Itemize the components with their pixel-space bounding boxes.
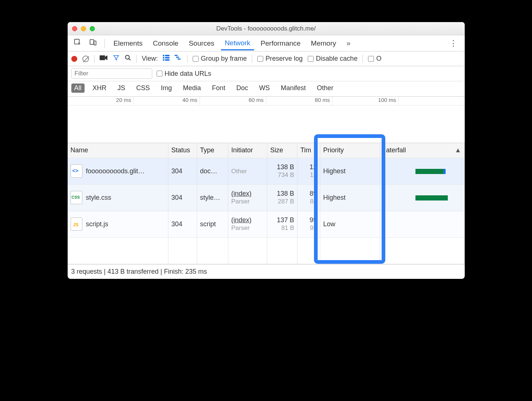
hide-data-urls-input[interactable] xyxy=(157,71,163,77)
filter-input[interactable] xyxy=(71,68,152,79)
camera-icon[interactable] xyxy=(100,55,108,63)
type-other[interactable]: Other xyxy=(314,84,336,93)
preserve-log-input[interactable] xyxy=(257,56,263,62)
col-name[interactable]: Name xyxy=(68,143,168,158)
waterfall-bar xyxy=(415,195,448,200)
group-by-frame-label: Group by frame xyxy=(201,55,247,63)
col-time[interactable]: Tim xyxy=(297,143,320,158)
table-row[interactable]: script.js304script(index)Parser137 B81 B… xyxy=(68,211,465,237)
offline-checkbox[interactable]: O xyxy=(368,55,381,63)
priority-cell: Low xyxy=(320,211,380,237)
waterfall-bar xyxy=(415,169,443,174)
waterfall-bar-tail xyxy=(443,169,446,174)
group-by-frame-input[interactable] xyxy=(193,56,199,62)
type-media[interactable]: Media xyxy=(180,84,204,93)
type-ws[interactable]: WS xyxy=(256,84,273,93)
initiator-link[interactable]: (index) xyxy=(231,216,251,224)
clear-icon[interactable] xyxy=(82,56,89,62)
svg-rect-5 xyxy=(163,55,164,56)
size-cell: 138 B734 B xyxy=(267,158,297,184)
inspect-icon[interactable] xyxy=(71,37,84,50)
status-cell: 304 xyxy=(168,184,197,211)
table-row[interactable]: style.css304style…(index)Parser138 B287 … xyxy=(68,184,465,211)
type-img[interactable]: Img xyxy=(158,84,175,93)
tick xyxy=(399,97,464,105)
group-by-frame-checkbox[interactable]: Group by frame xyxy=(193,55,247,63)
col-time-label: Tim xyxy=(300,146,311,154)
size-cell: 138 B287 B xyxy=(267,184,297,211)
col-priority[interactable]: Priority xyxy=(320,143,380,158)
timeline-graph[interactable] xyxy=(68,106,465,142)
waterfall-cell xyxy=(380,211,465,237)
large-rows-icon[interactable] xyxy=(163,55,169,63)
tick: 60 ms xyxy=(200,97,266,105)
separator xyxy=(104,39,105,48)
tick: 40 ms xyxy=(134,97,200,105)
type-cell: doc… xyxy=(197,158,228,184)
type-filters: All XHR JS CSS Img Media Font Doc WS Man… xyxy=(68,81,465,97)
tab-performance[interactable]: Performance xyxy=(257,36,304,50)
separator xyxy=(136,55,137,63)
file-js-icon xyxy=(71,217,82,231)
table-row[interactable]: fooooooooods.glit…304doc…Other138 B734 B… xyxy=(68,158,465,184)
type-doc[interactable]: Doc xyxy=(233,84,251,93)
type-font[interactable]: Font xyxy=(209,84,228,93)
col-type[interactable]: Type xyxy=(197,143,228,158)
svg-rect-6 xyxy=(165,55,169,56)
preserve-log-checkbox[interactable]: Preserve log xyxy=(257,55,303,63)
record-icon[interactable] xyxy=(71,56,77,62)
separator xyxy=(363,55,363,63)
device-toggle-icon[interactable] xyxy=(87,37,99,50)
time-cell: 8988 xyxy=(297,184,320,211)
view-label: View: xyxy=(142,55,158,63)
tab-network[interactable]: Network xyxy=(221,36,254,50)
disable-cache-label: Disable cache xyxy=(316,55,357,63)
filter-toggle-icon[interactable] xyxy=(113,54,119,63)
type-js[interactable]: JS xyxy=(115,84,128,93)
tab-console[interactable]: Console xyxy=(149,36,182,50)
separator xyxy=(187,55,188,63)
request-name: style.css xyxy=(86,194,111,202)
type-css[interactable]: CSS xyxy=(133,84,153,93)
overflow-tabs-icon[interactable]: » xyxy=(343,38,354,49)
menu-kebab-icon[interactable]: ⋮ xyxy=(446,37,461,50)
table-header-row: Name Status Type Initiator Size Tim Prio… xyxy=(68,143,465,158)
status-cell: 304 xyxy=(168,211,197,237)
summary-text: 3 requests | 413 B transferred | Finish:… xyxy=(71,268,207,276)
request-name: script.js xyxy=(86,220,108,228)
tab-memory[interactable]: Memory xyxy=(307,36,340,50)
preserve-log-label: Preserve log xyxy=(265,55,303,63)
type-manifest[interactable]: Manifest xyxy=(278,84,309,93)
col-waterfall[interactable]: aterfall▲ xyxy=(380,143,465,158)
type-all[interactable]: All xyxy=(71,84,85,93)
size-cell: 137 B81 B xyxy=(267,211,297,237)
svg-rect-3 xyxy=(100,56,105,60)
type-xhr[interactable]: XHR xyxy=(90,84,110,93)
titlebar: DevTools - fooooooooods.glitch.me/ xyxy=(68,22,465,35)
priority-cell: Highest xyxy=(320,184,380,211)
status-summary: 3 requests | 413 B transferred | Finish:… xyxy=(68,264,465,279)
separator xyxy=(94,55,94,63)
window-title: DevTools - fooooooooods.glitch.me/ xyxy=(68,25,465,32)
svg-rect-13 xyxy=(178,58,181,60)
overview-timeline[interactable]: 20 ms 40 ms 60 ms 80 ms 100 ms xyxy=(68,97,465,143)
col-size[interactable]: Size xyxy=(267,143,297,158)
network-toolbar: View: Group by frame Preserve log Disabl… xyxy=(68,52,465,66)
search-icon[interactable] xyxy=(125,54,131,63)
devtools-window: DevTools - fooooooooods.glitch.me/ Eleme… xyxy=(68,22,465,279)
filter-row: Hide data URLs xyxy=(68,66,465,81)
hide-data-urls-checkbox[interactable]: Hide data URLs xyxy=(157,70,211,78)
tab-sources[interactable]: Sources xyxy=(185,36,218,50)
type-cell: style… xyxy=(197,184,228,211)
waterfall-cell xyxy=(380,158,465,184)
disable-cache-input[interactable] xyxy=(308,56,314,62)
col-waterfall-label: aterfall xyxy=(386,146,406,154)
tab-elements[interactable]: Elements xyxy=(110,36,146,50)
col-initiator[interactable]: Initiator xyxy=(228,143,267,158)
waterfall-view-icon[interactable] xyxy=(175,55,182,63)
svg-rect-10 xyxy=(165,59,169,61)
col-status[interactable]: Status xyxy=(168,143,197,158)
initiator-link[interactable]: (index) xyxy=(231,190,251,197)
disable-cache-checkbox[interactable]: Disable cache xyxy=(308,55,357,63)
offline-input[interactable] xyxy=(368,56,374,62)
